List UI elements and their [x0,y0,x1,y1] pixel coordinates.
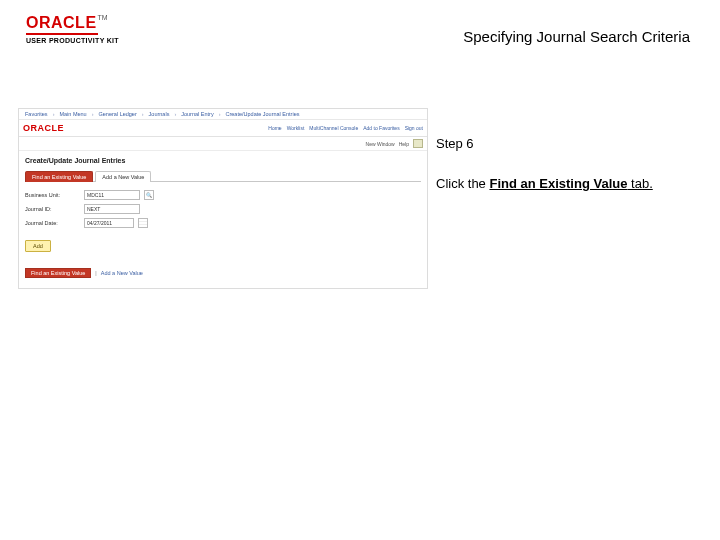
brand-block: ORACLETM USER PRODUCTIVITY KIT [26,14,119,44]
label-journal-date: Journal Date: [25,220,80,226]
bottom-link-add-new[interactable]: Add a New Value [101,270,143,276]
input-business-unit[interactable]: MDC11 [84,190,140,200]
instruction-pre: Click the [436,176,489,191]
bottom-link-find-existing[interactable]: Find an Existing Value [25,268,91,278]
chevron-right-icon: › [174,111,176,117]
embedded-screenshot: Favorites› Main Menu› General Ledger› Jo… [18,108,428,289]
utility-bar: New Window Help [19,137,427,151]
new-window-link[interactable]: New Window [366,141,395,147]
header-link-home[interactable]: Home [268,125,281,131]
form-row-journal-id: Journal ID: NEXT [25,204,421,214]
breadcrumb-item[interactable]: Journals [149,111,170,117]
form-row-journal-date: Journal Date: 04/27/2011 [25,218,421,228]
header-link-multichannel[interactable]: MultiChannel Console [309,125,358,131]
breadcrumb-item[interactable]: Journal Entry [181,111,213,117]
chevron-right-icon: › [219,111,221,117]
header-link-signout[interactable]: Sign out [405,125,423,131]
label-business-unit: Business Unit: [25,192,80,198]
brand-tm: TM [98,14,108,21]
step-label: Step 6 [436,136,474,151]
add-button[interactable]: Add [25,240,51,252]
tab-add-new[interactable]: Add a New Value [95,171,151,182]
breadcrumb-item[interactable]: Main Menu [59,111,86,117]
breadcrumb-item[interactable]: Create/Update Journal Entries [226,111,300,117]
brand-row: ORACLETM [26,14,119,32]
brand-sub: USER PRODUCTIVITY KIT [26,37,119,44]
step-instruction: Click the Find an Existing Value tab. [436,176,696,193]
header-link-favorites[interactable]: Add to Favorites [363,125,399,131]
breadcrumb-item[interactable]: General Ledger [99,111,137,117]
brand-rule [26,33,98,35]
brand-word: ORACLE [26,14,97,31]
breadcrumb-item[interactable]: Favorites [25,111,48,117]
label-journal-id: Journal ID: [25,206,80,212]
header-link-worklist[interactable]: Worklist [287,125,305,131]
input-journal-date[interactable]: 04/27/2011 [84,218,134,228]
instruction-tab-name: Find an Existing Value [489,176,627,191]
help-link[interactable]: Help [399,141,409,147]
input-journal-id[interactable]: NEXT [84,204,140,214]
app-header: ORACLE Home Worklist MultiChannel Consol… [19,120,427,137]
page-title: Specifying Journal Search Criteria [463,28,690,45]
tab-find-existing[interactable]: Find an Existing Value [25,171,93,182]
breadcrumb: Favorites› Main Menu› General Ledger› Jo… [19,109,427,120]
app-header-links: Home Worklist MultiChannel Console Add t… [268,125,423,131]
chevron-right-icon: › [53,111,55,117]
separator: | [95,270,96,276]
content-heading: Create/Update Journal Entries [19,151,427,166]
chevron-right-icon: › [142,111,144,117]
chevron-right-icon: › [92,111,94,117]
instruction-post: tab. [627,176,652,191]
form-row-business-unit: Business Unit: MDC11 🔍 [25,190,421,200]
lookup-icon[interactable]: 🔍 [144,190,154,200]
app-brand-word: ORACLE [23,123,64,133]
tab-strip: Find an Existing Value Add a New Value [19,170,427,181]
calendar-icon[interactable] [138,218,148,228]
help-icon[interactable] [413,139,423,148]
bottom-tab-links: Find an Existing Value | Add a New Value [19,258,427,288]
add-form: Business Unit: MDC11 🔍 Journal ID: NEXT … [19,182,427,258]
